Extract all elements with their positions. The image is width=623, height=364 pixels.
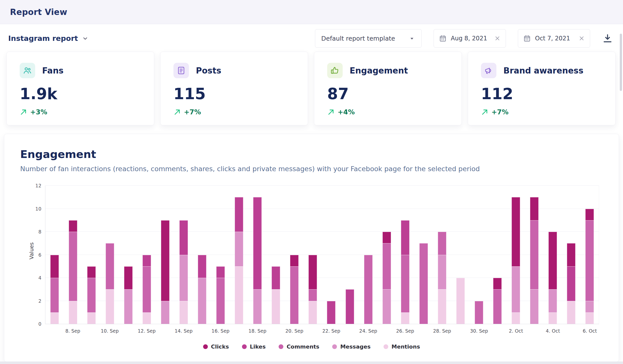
trend-up-icon <box>173 108 181 116</box>
chevron-down-icon <box>81 35 89 42</box>
bar-29-sep <box>451 186 470 324</box>
chart-subtitle: Number of fan interactions (reactions, c… <box>20 165 603 173</box>
stat-card-delta: +3% <box>20 108 141 116</box>
legend-item-mentions[interactable]: Mentions <box>384 344 420 350</box>
x-tick-label: 2. Oct <box>507 328 525 334</box>
x-tick-label: 10. Sep <box>100 328 119 334</box>
bar-segment-clicks <box>585 209 594 220</box>
engagement-chart: Values 024681012 8. Sep10. Sep12. Sep14.… <box>20 186 603 350</box>
y-tick-label: 12 <box>35 183 41 188</box>
legend-item-comments[interactable]: Comments <box>279 344 319 350</box>
bar-2-oct <box>507 186 525 324</box>
bar-5-oct <box>562 186 580 324</box>
stat-cards: Fans1.9k+3%Posts115+7%Engagement87+4%Bra… <box>6 52 616 125</box>
bar-segment-messages <box>180 255 188 301</box>
bar-9-sep <box>82 186 101 324</box>
x-axis-labels: 8. Sep10. Sep12. Sep14. Sep16. Sep18. Se… <box>45 328 599 334</box>
x-tick-label: 18. Sep <box>248 328 267 334</box>
calendar-icon <box>439 34 447 42</box>
stat-card-value: 115 <box>173 86 295 102</box>
scrollbar-thumb[interactable] <box>620 34 622 91</box>
y-axis-label: Values <box>29 236 35 266</box>
stat-card-label: Engagement <box>350 66 408 75</box>
bar-6-oct <box>580 186 599 324</box>
x-tick-label: 24. Sep <box>359 328 378 334</box>
fans-icon <box>20 63 35 78</box>
legend-label: Comments <box>287 344 319 350</box>
bar-segment-likes <box>401 220 409 255</box>
thumbs-up-icon <box>327 63 343 78</box>
bar-segment-messages <box>512 266 520 312</box>
y-tick-label: 10 <box>35 206 41 212</box>
stat-card-delta-value: +3% <box>30 108 47 116</box>
x-tick-label <box>414 328 433 334</box>
bar-segment-likes <box>217 266 225 278</box>
bar-segment-clicks <box>512 197 520 266</box>
bar-segment-comments <box>217 278 225 324</box>
bar-segment-likes <box>327 301 335 324</box>
legend-label: Likes <box>250 344 266 350</box>
date-end-input[interactable]: Oct 7, 2021 <box>518 29 590 48</box>
bar-segment-likes <box>567 266 575 301</box>
bar-segment-comments <box>493 289 501 324</box>
legend-item-likes[interactable]: Likes <box>242 344 266 350</box>
bottom-scroll-track[interactable] <box>0 362 623 364</box>
stat-card-delta: +7% <box>481 108 602 116</box>
bar-24-sep <box>359 186 378 324</box>
chart-title: Engagement <box>20 148 603 160</box>
stat-card-label: Posts <box>196 66 221 75</box>
bars-container <box>45 186 599 324</box>
bar-segment-messages <box>253 289 262 324</box>
bar-segment-mentions <box>567 301 575 324</box>
bar-segment-comments <box>106 243 114 289</box>
chart-legend: ClicksLikesCommentsMessagesMentions <box>20 344 603 350</box>
x-tick-label <box>378 328 396 334</box>
clear-date-end-icon[interactable] <box>578 35 585 42</box>
bar-segment-mentions <box>272 289 280 324</box>
bar-segment-clicks <box>530 197 538 220</box>
legend-dot <box>332 344 337 349</box>
bar-segment-likes <box>198 255 206 278</box>
stat-card-label: Brand awareness <box>503 66 583 75</box>
x-tick-label <box>193 328 211 334</box>
download-icon[interactable] <box>602 33 613 44</box>
bar-segment-comments <box>475 301 483 324</box>
x-tick-label: 30. Sep <box>470 328 488 334</box>
date-start-input[interactable]: Aug 8, 2021 <box>434 29 506 48</box>
x-tick-label <box>267 328 285 334</box>
bar-segment-clicks <box>567 243 575 266</box>
bar-15-sep <box>193 186 211 324</box>
bar-segment-clicks <box>383 232 391 243</box>
legend-item-messages[interactable]: Messages <box>332 344 371 350</box>
bar-segment-mentions <box>106 289 114 324</box>
bar-segment-comments <box>290 266 299 324</box>
x-tick-label: 4. Oct <box>544 328 562 334</box>
app-header: Report View <box>0 0 623 24</box>
stat-card-delta: +7% <box>173 108 295 116</box>
bar-23-sep <box>341 186 359 324</box>
bar-segment-mentions <box>309 301 317 324</box>
bar-segment-comments <box>401 255 409 312</box>
bar-segment-comments <box>585 220 594 301</box>
legend-dot <box>203 344 208 349</box>
bar-21-sep <box>304 186 322 324</box>
x-tick-label <box>230 328 248 334</box>
legend-label: Clicks <box>211 344 229 350</box>
bar-segment-mentions <box>438 289 446 324</box>
bar-segment-mentions <box>401 312 409 324</box>
x-tick-label <box>488 328 507 334</box>
clear-date-start-icon[interactable] <box>494 35 501 42</box>
report-name-dropdown[interactable]: Instagram report <box>8 34 89 43</box>
report-name-label: Instagram report <box>8 34 78 43</box>
template-selector[interactable]: Default report template <box>315 29 422 48</box>
bar-10-sep <box>101 186 119 324</box>
stat-card-value: 112 <box>481 86 602 102</box>
bar-segment-likes <box>180 220 188 255</box>
legend-item-clicks[interactable]: Clicks <box>203 344 229 350</box>
chart-plot: 024681012 <box>45 186 599 324</box>
bar-13-sep <box>156 186 174 324</box>
x-tick-label: 26. Sep <box>396 328 414 334</box>
engagement-panel: Engagement Number of fan interactions (r… <box>4 134 619 362</box>
y-tick-label: 8 <box>38 229 41 234</box>
y-tick-label: 4 <box>38 275 41 281</box>
